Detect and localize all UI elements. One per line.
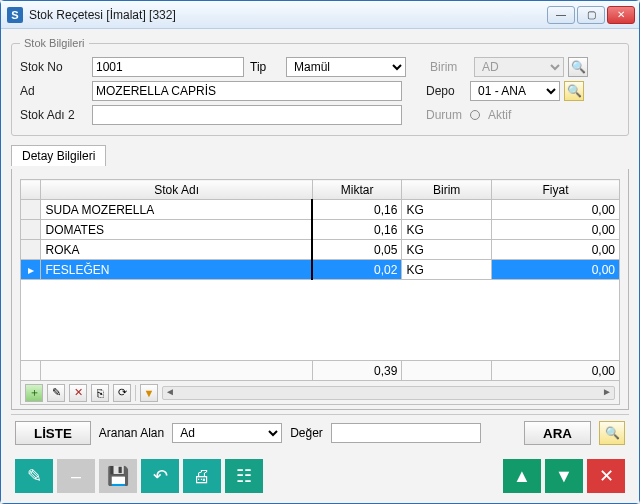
- deger-input[interactable]: [331, 423, 481, 443]
- action-bar: ✎ – 💾 ↶ 🖨 ☷ ▲ ▼ ✕: [11, 455, 629, 499]
- app-icon: S: [7, 7, 23, 23]
- cell-miktar[interactable]: 0,05: [312, 240, 402, 260]
- ara-button[interactable]: ARA: [524, 421, 591, 445]
- row-indicator: [21, 220, 41, 240]
- durum-aktif-label: Aktif: [488, 108, 511, 122]
- ad-label: Ad: [20, 84, 86, 98]
- grid-copy-icon[interactable]: ⎘: [91, 384, 109, 402]
- tree-button[interactable]: ☷: [225, 459, 263, 493]
- minimize-button[interactable]: —: [547, 6, 575, 24]
- depo-lookup-icon[interactable]: 🔍: [564, 81, 584, 101]
- cell-fiyat[interactable]: 0,00: [491, 260, 619, 280]
- table-row[interactable]: ▸FESLEĞEN0,02KG0,00: [21, 260, 620, 280]
- cell-birim[interactable]: KG: [402, 240, 492, 260]
- grid-toolbar: ＋ ✎ ✕ ⎘ ⟳ ▼: [20, 381, 620, 405]
- tip-label: Tip: [250, 60, 280, 74]
- depo-label: Depo: [426, 84, 466, 98]
- liste-button[interactable]: LİSTE: [15, 421, 91, 445]
- cell-stok-adi[interactable]: DOMATES: [41, 220, 312, 240]
- app-window: S Stok Reçetesi [İmalat] [332] — ▢ ✕ Sto…: [0, 0, 640, 504]
- detail-panel: Stok Adı Miktar Birim Fiyat SUDA MOZEREL…: [11, 169, 629, 410]
- deger-label: Değer: [290, 426, 323, 440]
- row-indicator: [21, 240, 41, 260]
- edit-button[interactable]: ✎: [15, 459, 53, 493]
- col-stok-adi[interactable]: Stok Adı: [41, 180, 312, 200]
- footer-fiyat-total: 0,00: [491, 361, 619, 381]
- birim-lookup-icon: 🔍: [568, 57, 588, 77]
- cell-birim[interactable]: KG: [402, 200, 492, 220]
- group-legend: Stok Bilgileri: [20, 37, 89, 49]
- stok-no-label: Stok No: [20, 60, 86, 74]
- cell-fiyat[interactable]: 0,00: [491, 200, 619, 220]
- cell-birim[interactable]: KG: [402, 220, 492, 240]
- col-birim[interactable]: Birim: [402, 180, 492, 200]
- cell-miktar[interactable]: 0,16: [312, 220, 402, 240]
- tab-detay-bilgileri[interactable]: Detay Bilgileri: [11, 145, 106, 166]
- stok-no-input[interactable]: [92, 57, 244, 77]
- grid-gutter-header: [21, 180, 41, 200]
- cell-fiyat[interactable]: 0,00: [491, 220, 619, 240]
- cell-stok-adi[interactable]: ROKA: [41, 240, 312, 260]
- grid-add-icon[interactable]: ＋: [25, 384, 43, 402]
- move-down-button[interactable]: ▼: [545, 459, 583, 493]
- save-button[interactable]: 💾: [99, 459, 137, 493]
- stok-adi-2-input[interactable]: [92, 105, 402, 125]
- birim-label: Birim: [430, 60, 470, 74]
- window-title: Stok Reçetesi [İmalat] [332]: [29, 8, 547, 22]
- row-indicator: ▸: [21, 260, 41, 280]
- depo-select[interactable]: 01 - ANA DE: [470, 81, 560, 101]
- cell-stok-adi[interactable]: FESLEĞEN: [41, 260, 312, 280]
- table-row[interactable]: SUDA MOZERELLA0,16KG0,00: [21, 200, 620, 220]
- table-row[interactable]: DOMATES0,16KG0,00: [21, 220, 620, 240]
- cell-stok-adi[interactable]: SUDA MOZERELLA: [41, 200, 312, 220]
- col-miktar[interactable]: Miktar: [312, 180, 402, 200]
- grid-horizontal-scrollbar[interactable]: [162, 386, 615, 400]
- row-indicator: [21, 200, 41, 220]
- search-bar: LİSTE Aranan Alan Ad Değer ARA 🔍: [11, 414, 629, 451]
- maximize-button[interactable]: ▢: [577, 6, 605, 24]
- undo-button[interactable]: ↶: [141, 459, 179, 493]
- remove-button[interactable]: –: [57, 459, 95, 493]
- stok-bilgileri-group: Stok Bilgileri Stok No Tip Mamül Birim A…: [11, 37, 629, 136]
- grid-footer: 0,39 0,00: [20, 360, 620, 381]
- close-action-button[interactable]: ✕: [587, 459, 625, 493]
- close-button[interactable]: ✕: [607, 6, 635, 24]
- aranan-alan-label: Aranan Alan: [99, 426, 164, 440]
- cell-fiyat[interactable]: 0,00: [491, 240, 619, 260]
- durum-radio-icon: [470, 110, 480, 120]
- cell-miktar[interactable]: 0,02: [312, 260, 402, 280]
- grid-edit-icon[interactable]: ✎: [47, 384, 65, 402]
- aranan-alan-select[interactable]: Ad: [172, 423, 282, 443]
- ingredients-grid[interactable]: Stok Adı Miktar Birim Fiyat SUDA MOZEREL…: [20, 179, 620, 280]
- ad-input[interactable]: [92, 81, 402, 101]
- grid-refresh-icon[interactable]: ⟳: [113, 384, 131, 402]
- table-row[interactable]: ROKA0,05KG0,00: [21, 240, 620, 260]
- stok-adi-2-label: Stok Adı 2: [20, 108, 86, 122]
- tip-select[interactable]: Mamül: [286, 57, 406, 77]
- grid-filter-icon[interactable]: ▼: [140, 384, 158, 402]
- durum-label: Durum: [426, 108, 466, 122]
- footer-miktar-total: 0,39: [312, 361, 402, 381]
- birim-select: AD: [474, 57, 564, 77]
- search-lookup-icon[interactable]: 🔍: [599, 421, 625, 445]
- move-up-button[interactable]: ▲: [503, 459, 541, 493]
- grid-delete-icon[interactable]: ✕: [69, 384, 87, 402]
- cell-birim[interactable]: KG: [402, 260, 492, 280]
- cell-miktar[interactable]: 0,16: [312, 200, 402, 220]
- titlebar[interactable]: S Stok Reçetesi [İmalat] [332] — ▢ ✕: [1, 1, 639, 29]
- print-button[interactable]: 🖨: [183, 459, 221, 493]
- col-fiyat[interactable]: Fiyat: [491, 180, 619, 200]
